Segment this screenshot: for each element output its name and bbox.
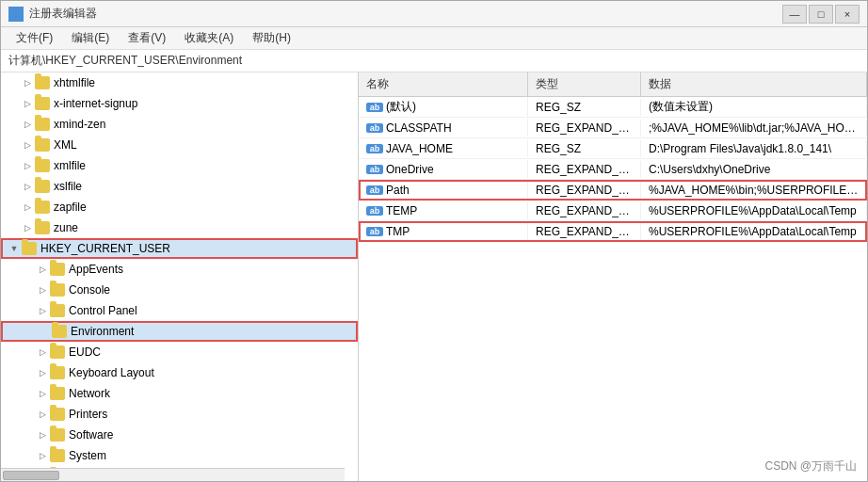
- tree-label: System: [69, 449, 106, 462]
- tree-label: Control Panel: [69, 304, 137, 317]
- folder-icon: [50, 263, 65, 276]
- expand-icon[interactable]: ▷: [35, 386, 50, 401]
- reg-ab-icon: ab: [366, 103, 383, 112]
- folder-icon: [35, 201, 50, 214]
- expand-icon[interactable]: ▷: [35, 303, 50, 318]
- folder-icon: [35, 97, 50, 110]
- maximize-button[interactable]: □: [809, 5, 833, 24]
- table-row[interactable]: ab CLASSPATH REG_EXPAND_SZ ;%JAVA_HOME%\…: [359, 118, 867, 138]
- reg-name-icon: ab (默认): [366, 99, 416, 115]
- menu-view[interactable]: 查看(V): [121, 28, 173, 48]
- reg-ab-icon: ab: [366, 227, 383, 236]
- expand-icon[interactable]: ▷: [20, 96, 35, 111]
- cell-name: ab (默认): [359, 97, 528, 117]
- app-icon: [8, 7, 24, 22]
- cell-type: REG_SZ: [528, 140, 641, 157]
- sidebar-bottom-scrollbar[interactable]: [1, 468, 345, 481]
- expand-icon[interactable]: ▷: [20, 200, 35, 215]
- folder-icon: [50, 304, 65, 317]
- tree-item-xhtmlfile[interactable]: ▷ xhtmlfile: [1, 72, 358, 93]
- tree-item-zune[interactable]: ▷ zune: [1, 217, 358, 238]
- menu-edit[interactable]: 编辑(E): [64, 28, 117, 48]
- expand-icon[interactable]: ▷: [35, 407, 50, 422]
- tree-label: Software: [69, 428, 113, 442]
- cell-type: REG_EXPAND_SZ: [528, 182, 641, 199]
- folder-icon: [35, 138, 50, 152]
- menu-favorites[interactable]: 收藏夹(A): [177, 28, 241, 48]
- menu-help[interactable]: 帮助(H): [245, 28, 298, 48]
- cell-type: REG_EXPAND_SZ: [528, 120, 641, 137]
- reg-ab-icon: ab: [366, 185, 383, 195]
- cell-type: REG_EXPAND_SZ: [528, 202, 641, 219]
- tree-item-zapfile[interactable]: ▷ zapfile: [1, 197, 358, 217]
- expand-icon[interactable]: ▷: [35, 262, 50, 277]
- expand-icon[interactable]: ▷: [20, 75, 35, 90]
- cell-data: (数值未设置): [641, 97, 867, 117]
- tree-label: xmlfile: [54, 159, 86, 172]
- reg-name-text: OneDrive: [386, 163, 434, 176]
- expand-icon[interactable]: ▷: [35, 448, 50, 463]
- expand-icon[interactable]: ▷: [20, 220, 35, 235]
- expand-icon[interactable]: ▷: [35, 282, 50, 297]
- menubar: 文件(F) 编辑(E) 查看(V) 收藏夹(A) 帮助(H): [1, 27, 867, 50]
- tree-item-control-panel[interactable]: ▷ Control Panel: [1, 300, 358, 321]
- reg-name-text: (默认): [386, 99, 416, 115]
- scrollbar-thumb[interactable]: [3, 471, 59, 480]
- table-row-tmp[interactable]: ab TMP REG_EXPAND_SZ %USERPROFILE%\AppDa…: [359, 221, 867, 242]
- folder-icon: [50, 387, 65, 400]
- registry-editor-window: 注册表编辑器 — □ × 文件(F) 编辑(E) 查看(V) 收藏夹(A) 帮助…: [0, 0, 868, 482]
- menu-file[interactable]: 文件(F): [8, 28, 60, 48]
- reg-name-icon: ab CLASSPATH: [366, 121, 452, 135]
- tree-item-eudc[interactable]: ▷ EUDC: [1, 342, 358, 362]
- close-button[interactable]: ×: [835, 5, 860, 24]
- minimize-button[interactable]: —: [782, 5, 807, 24]
- expand-icon[interactable]: ▷: [20, 158, 35, 173]
- tree-label: AppEvents: [69, 263, 123, 276]
- tree-label: xslfile: [54, 180, 82, 193]
- table-row[interactable]: ab TEMP REG_EXPAND_SZ %USERPROFILE%\AppD…: [359, 201, 867, 221]
- tree-item-console[interactable]: ▷ Console: [1, 280, 358, 300]
- expand-icon[interactable]: ▷: [35, 365, 50, 380]
- cell-name: ab TEMP: [359, 201, 528, 219]
- table-row[interactable]: ab OneDrive REG_EXPAND_SZ C:\Users\dxhy\…: [359, 159, 867, 180]
- sidebar[interactable]: ▷ xhtmlfile ▷ x-internet-signup ▷ xmind-…: [1, 72, 359, 481]
- expand-icon[interactable]: ▷: [35, 345, 50, 360]
- tree-item-x-internet[interactable]: ▷ x-internet-signup: [1, 93, 358, 114]
- tree-item-appevents[interactable]: ▷ AppEvents: [1, 259, 358, 280]
- tree-item-environment[interactable]: Environment: [1, 321, 358, 342]
- tree-label: Network: [69, 387, 110, 400]
- folder-icon: [35, 76, 50, 89]
- reg-name-icon: ab TEMP: [366, 204, 417, 217]
- cell-name: ab TMP: [359, 222, 528, 240]
- expand-icon[interactable]: ▷: [20, 179, 35, 194]
- tree-item-system[interactable]: ▷ System: [1, 445, 358, 466]
- cell-name: ab CLASSPATH: [359, 119, 528, 137]
- expand-icon[interactable]: ▷: [20, 137, 35, 153]
- tree-item-xmlfile[interactable]: ▷ xmlfile: [1, 155, 358, 176]
- reg-ab-icon: ab: [366, 165, 383, 174]
- reg-name-text: CLASSPATH: [386, 121, 452, 135]
- cell-data: D:\Program Files\Java\jdk1.8.0_141\: [641, 140, 867, 157]
- expand-icon[interactable]: [37, 324, 52, 339]
- reg-name-icon: ab JAVA_HOME: [366, 142, 453, 155]
- tree-item-keyboard-layout[interactable]: ▷ Keyboard Layout: [1, 362, 358, 383]
- tree: ▷ xhtmlfile ▷ x-internet-signup ▷ xmind-…: [1, 72, 358, 481]
- tree-item-xml[interactable]: ▷ XML: [1, 135, 358, 155]
- tree-item-xslfile[interactable]: ▷ xslfile: [1, 176, 358, 197]
- tree-item-xmind[interactable]: ▷ xmind-zen: [1, 114, 358, 135]
- main-content: ▷ xhtmlfile ▷ x-internet-signup ▷ xmind-…: [1, 72, 867, 481]
- reg-name-text: TMP: [386, 225, 410, 238]
- expand-icon[interactable]: ▷: [35, 427, 50, 442]
- tree-item-hkey-current-user[interactable]: ▼ HKEY_CURRENT_USER: [1, 238, 358, 259]
- tree-label: HKEY_CURRENT_USER: [40, 242, 170, 255]
- table-row[interactable]: ab (默认) REG_SZ (数值未设置): [359, 97, 867, 118]
- tree-item-printers[interactable]: ▷ Printers: [1, 404, 358, 425]
- tree-item-network[interactable]: ▷ Network: [1, 383, 358, 404]
- tree-item-software[interactable]: ▷ Software: [1, 425, 358, 445]
- expand-icon[interactable]: ▷: [20, 117, 35, 132]
- table-row-path[interactable]: ab Path REG_EXPAND_SZ %JAVA_HOME%\bin;%U…: [359, 180, 867, 201]
- window-title: 注册表编辑器: [29, 6, 97, 22]
- expand-icon[interactable]: ▼: [7, 241, 22, 256]
- table-row[interactable]: ab JAVA_HOME REG_SZ D:\Program Files\Jav…: [359, 138, 867, 159]
- folder-icon: [22, 242, 37, 255]
